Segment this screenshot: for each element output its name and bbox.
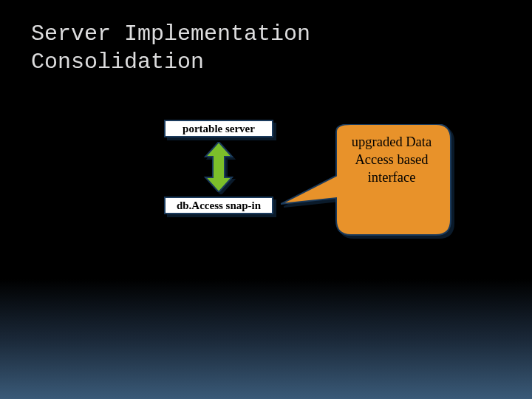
- double-arrow-icon: [204, 142, 233, 192]
- portable-server-box: portable server: [164, 120, 273, 137]
- db-access-box: db.Access snap-in: [164, 197, 273, 214]
- svg-marker-0: [205, 142, 232, 192]
- title-line-2: Consolidation: [31, 50, 204, 75]
- portable-server-label: portable server: [183, 123, 255, 135]
- db-access-label: db.Access snap-in: [177, 200, 261, 212]
- callout-text: upgraded Data Access based interface: [347, 133, 436, 186]
- title-line-1: Server Implementation: [31, 21, 310, 47]
- slide-title: Server Implementation Consolidation: [31, 21, 310, 76]
